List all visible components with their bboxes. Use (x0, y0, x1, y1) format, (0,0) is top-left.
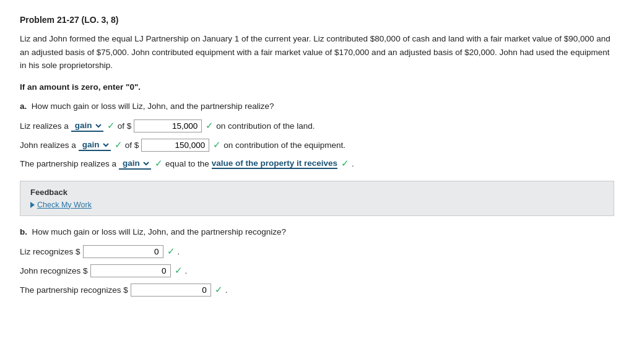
partnership-equal-text: equal to the (165, 159, 209, 168)
question-a-text: How much gain or loss will Liz, John, an… (32, 102, 274, 111)
feedback-box: Feedback Check My Work (20, 181, 614, 216)
partnership-gain-loss-dropdown[interactable]: gain loss (119, 158, 151, 170)
check-icon-liz-b: ✓ (167, 246, 175, 257)
john-of-text: of $ (125, 141, 139, 150)
liz-b-prefix: Liz recognizes $ (20, 247, 80, 256)
partnership-b-dot: . (225, 285, 228, 295)
check-icon-partnership-text: ✓ (341, 158, 349, 169)
partnership-text-answer: value of the property it receives (212, 158, 337, 169)
check-icon-partnership: ✓ (155, 158, 163, 169)
check-my-work-label: Check My Work (37, 201, 92, 209)
john-b-dot: . (185, 266, 188, 275)
partnership-b-input[interactable] (131, 284, 211, 297)
feedback-title: Feedback (30, 188, 604, 197)
check-icon-john-amt: ✓ (213, 139, 221, 150)
john-b-prefix: John recognizes $ (20, 266, 88, 275)
question-a-label: a. How much gain or loss will Liz, John,… (20, 102, 614, 111)
liz-b-dot: . (178, 247, 180, 256)
liz-amount-input[interactable] (134, 119, 202, 132)
liz-row: Liz realizes a gain loss ✓ of $ ✓ on con… (20, 119, 614, 132)
john-amount-input[interactable] (141, 139, 209, 152)
liz-prefix: Liz realizes a (20, 121, 69, 131)
q-b-letter: b. (20, 227, 27, 236)
john-prefix: John realizes a (20, 141, 76, 150)
partnership-row: The partnership realizes a gain loss ✓ e… (20, 158, 614, 170)
partnership-suffix: . (352, 159, 354, 168)
instruction-text: If an amount is zero, enter "0". (20, 82, 614, 92)
john-b-row: John recognizes $ ✓ . (20, 264, 614, 277)
liz-gain-loss-dropdown[interactable]: gain loss (71, 120, 103, 132)
question-b-label: b. How much gain or loss will Liz, John,… (20, 227, 614, 236)
check-icon-liz-amt: ✓ (206, 120, 214, 131)
check-icon-partnership-b: ✓ (215, 284, 223, 295)
check-icon-john-b: ✓ (175, 265, 183, 276)
john-row: John realizes a gain loss ✓ of $ ✓ on co… (20, 139, 614, 152)
question-b-text: How much gain or loss will Liz, John, an… (32, 227, 286, 236)
q-a-letter: a. (20, 102, 27, 111)
john-b-input[interactable] (90, 264, 171, 277)
liz-suffix: on contribution of the land. (216, 121, 315, 131)
triangle-icon (30, 202, 35, 208)
john-suffix: on contribution of the equipment. (224, 141, 345, 150)
check-icon-liz: ✓ (107, 120, 115, 131)
partnership-b-prefix: The partnership recognizes $ (20, 285, 128, 295)
problem-title: Problem 21-27 (LO. 3, 8) (20, 15, 614, 25)
check-icon-john: ✓ (115, 139, 123, 150)
liz-b-input[interactable] (83, 245, 163, 258)
liz-b-row: Liz recognizes $ ✓ . (20, 245, 614, 258)
liz-of-text: of $ (118, 121, 132, 131)
intro-text: Liz and John formed the equal LJ Partner… (20, 32, 614, 72)
john-gain-loss-dropdown[interactable]: gain loss (79, 139, 111, 151)
check-my-work-button[interactable]: Check My Work (30, 201, 604, 209)
partnership-prefix: The partnership realizes a (20, 159, 116, 168)
partnership-b-row: The partnership recognizes $ ✓ . (20, 284, 614, 297)
